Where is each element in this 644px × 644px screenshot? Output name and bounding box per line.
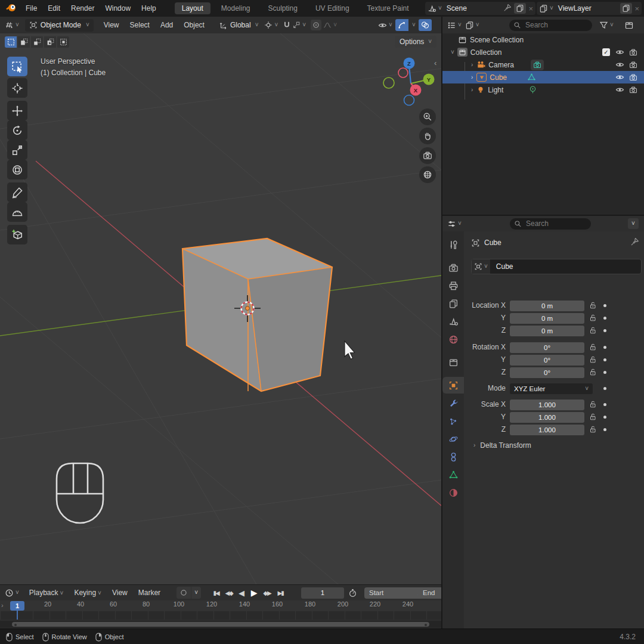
tool-select-box[interactable] (7, 57, 27, 76)
object-name-input[interactable] (495, 262, 617, 271)
tab-world[interactable] (442, 331, 464, 348)
options-button[interactable]: Options ˅ (395, 36, 436, 48)
tab-particles[interactable] (442, 413, 464, 430)
keyframe-dot[interactable] (603, 358, 606, 361)
visibility-dropdown[interactable]: ˅ (378, 21, 392, 30)
pan-view-button[interactable] (419, 128, 436, 144)
select-mode-subtract[interactable] (31, 36, 43, 48)
keyframe-dot[interactable] (603, 416, 606, 419)
keyframe-dot[interactable] (603, 317, 606, 320)
lock-icon[interactable] (589, 400, 597, 408)
viewlayer-browse-icon[interactable] (539, 4, 548, 13)
tool-annotate[interactable] (7, 182, 27, 202)
lock-icon[interactable] (589, 413, 597, 421)
tool-rotate[interactable] (7, 120, 27, 140)
tab-output[interactable] (442, 277, 464, 294)
lock-icon[interactable] (589, 368, 597, 376)
falloff-dropdown[interactable]: ˅ (323, 21, 337, 29)
timeline-track[interactable] (0, 611, 441, 620)
frame-end-field[interactable]: End (418, 587, 441, 599)
current-frame-field[interactable]: 1 (301, 587, 344, 599)
timeline-ruler[interactable]: 20 40 60 80 100 120 140 160 180 200 220 … (0, 600, 441, 612)
tool-move[interactable] (7, 101, 27, 120)
menu-marker[interactable]: Marker (133, 589, 166, 597)
menu-help[interactable]: Help (136, 4, 162, 13)
eye-icon[interactable] (615, 60, 624, 69)
lock-icon[interactable] (589, 343, 597, 351)
new-collection-button[interactable] (624, 20, 634, 30)
camera-visibility-icon[interactable] (629, 86, 637, 94)
timeline-expand-icon[interactable]: › (1, 602, 4, 609)
outliner-row-camera[interactable]: › Camera (442, 58, 644, 71)
tab-tool[interactable] (442, 236, 464, 253)
mesh-data-icon[interactable] (527, 73, 536, 82)
menu-view[interactable]: View (98, 21, 125, 29)
outliner-row-scene-collection[interactable]: Scene Collection (442, 33, 644, 46)
keyframe-dot[interactable] (603, 304, 606, 307)
pin-icon[interactable] (503, 4, 512, 14)
rotation-y-field[interactable]: 0° (510, 355, 584, 366)
prev-keyframe-button[interactable]: ◀◆ (222, 590, 236, 596)
tab-layout[interactable]: Layout (175, 2, 210, 14)
viewport-3d[interactable]: Z Y X Options ˅ User Pers (0, 33, 441, 584)
outliner-search[interactable] (509, 20, 592, 31)
editor-type-button[interactable]: ˅ (5, 21, 19, 30)
chevron-down-icon[interactable]: ˅ (438, 5, 442, 11)
snap-toggle[interactable] (283, 21, 291, 29)
tool-cursor[interactable] (7, 78, 27, 98)
tool-transform[interactable] (7, 160, 27, 179)
keyframe-dot[interactable] (603, 403, 606, 406)
breadcrumb-object-name[interactable]: Cube (484, 239, 501, 247)
object-name-field[interactable]: ˅ (471, 259, 642, 274)
playhead[interactable]: 1 (10, 601, 24, 611)
menu-window[interactable]: Window (100, 4, 136, 13)
outliner-search-input[interactable] (524, 20, 588, 30)
tab-uv-editing[interactable]: UV Editing (308, 2, 357, 14)
location-x-field[interactable]: 0 m (510, 301, 584, 311)
auto-keyframe-dropdown[interactable]: ˅ (191, 587, 201, 599)
select-mode-intersect[interactable] (57, 36, 69, 48)
tool-measure[interactable] (7, 202, 27, 222)
outliner-editor-type-button[interactable]: ˅ (447, 21, 462, 30)
properties-search[interactable] (510, 218, 591, 230)
lock-icon[interactable] (589, 314, 597, 322)
location-z-field[interactable]: 0 m (510, 326, 584, 336)
lock-icon[interactable] (589, 355, 597, 364)
rotation-z-field[interactable]: 0° (510, 367, 584, 378)
tab-object[interactable] (442, 377, 464, 394)
jump-to-start-button[interactable]: ▮◀ (209, 590, 222, 596)
use-preview-range-button[interactable] (348, 589, 357, 597)
outliner-display-mode-button[interactable]: ˅ (465, 21, 479, 30)
camera-data-icon[interactable] (531, 60, 544, 70)
jump-to-end-button[interactable]: ▶▮ (274, 590, 287, 596)
menu-add[interactable]: Add (155, 21, 178, 29)
tool-scale[interactable] (7, 140, 27, 160)
menu-edit[interactable]: Edit (42, 4, 66, 13)
scale-z-field[interactable]: 1.000 (510, 425, 584, 435)
tab-scene[interactable] (442, 313, 464, 330)
tab-view-layer[interactable] (442, 295, 464, 312)
expand-icon[interactable]: › (471, 62, 473, 68)
keyframe-dot[interactable] (603, 387, 606, 390)
expand-icon[interactable]: › (471, 75, 473, 80)
menu-timeline-view[interactable]: View (107, 589, 133, 597)
camera-visibility-icon[interactable] (629, 48, 637, 57)
lock-icon[interactable] (589, 425, 597, 434)
keyframe-dot[interactable] (603, 428, 606, 431)
perspective-toggle-button[interactable] (419, 166, 436, 183)
keyframe-dot[interactable] (603, 329, 606, 332)
timeline-editor-type-button[interactable]: ˅ (5, 589, 19, 597)
rotation-x-field[interactable]: 0° (510, 342, 584, 353)
outliner-row-light[interactable]: › Light (442, 83, 644, 96)
eye-icon[interactable] (615, 48, 624, 57)
eye-icon[interactable] (615, 85, 624, 94)
outliner-row-cube[interactable]: › Cube (442, 71, 644, 83)
gizmos-dropdown[interactable]: ˅ (412, 22, 416, 28)
menu-object[interactable]: Object (178, 21, 210, 29)
menu-playback[interactable]: Playback˅ (24, 589, 69, 597)
timeline-scrollbar[interactable] (0, 621, 441, 628)
scale-y-field[interactable]: 1.000 (510, 412, 584, 423)
outliner-row-collection[interactable]: ˅ Collection ✓ (442, 46, 644, 58)
menu-file[interactable]: File (20, 4, 42, 13)
scale-x-field[interactable]: 1.000 (510, 400, 584, 410)
